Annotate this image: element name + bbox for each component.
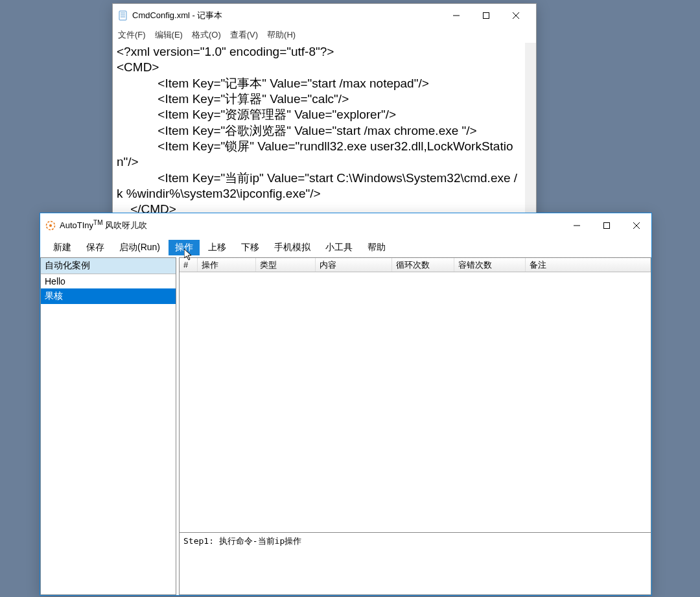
toolbar-button[interactable]: 启动(Run) <box>113 240 167 255</box>
toolbar-button[interactable]: 小工具 <box>319 240 359 255</box>
minimize-button[interactable] <box>441 6 471 25</box>
toolbar-button[interactable]: 下移 <box>235 240 266 255</box>
table-column-header[interactable]: 容错次数 <box>454 258 526 272</box>
maximize-button[interactable] <box>471 6 501 25</box>
close-button[interactable] <box>501 6 531 25</box>
table-column-header[interactable]: # <box>180 258 198 272</box>
svg-point-9 <box>49 224 52 227</box>
log-panel[interactable]: Step1: 执行命令-当前ip操作 <box>179 533 651 595</box>
table-column-header[interactable]: 操作 <box>198 258 256 272</box>
notepad-menu-item[interactable]: 格式(O) <box>189 29 224 41</box>
notepad-menu-item[interactable]: 文件(F) <box>115 29 148 41</box>
notepad-title-text: CmdConfig.xml - 记事本 <box>132 10 441 21</box>
autotiny-main: #操作类型内容循环次数容错次数备注 Step1: 执行命令-当前ip操作 <box>179 257 651 595</box>
notepad-menu-item[interactable]: 帮助(H) <box>264 29 298 41</box>
steps-table[interactable]: #操作类型内容循环次数容错次数备注 <box>179 257 651 533</box>
toolbar-button[interactable]: 手机模拟 <box>268 240 317 255</box>
autotiny-toolbar: 新建保存启动(Run)操作上移下移手机模拟小工具帮助 <box>40 238 651 257</box>
svg-rect-0 <box>119 11 126 20</box>
close-button[interactable] <box>622 216 651 235</box>
autotiny-logo-icon <box>45 220 56 231</box>
notepad-sys-buttons <box>441 6 531 25</box>
notepad-icon <box>118 10 128 21</box>
table-column-header[interactable]: 内容 <box>316 258 392 272</box>
autotiny-window: AutoTInyTM 风吹呀儿吹 新建保存启动(Run)操作上移下移手机模拟小工… <box>40 213 652 596</box>
toolbar-button[interactable]: 新建 <box>47 240 78 255</box>
notepad-menubar: 文件(F)编辑(E)格式(O)查看(V)帮助(H) <box>113 27 536 43</box>
autotiny-sidebar: 自动化案例 Hello果核 <box>40 257 176 595</box>
autotiny-content: 自动化案例 Hello果核 #操作类型内容循环次数容错次数备注 Step1: 执… <box>40 257 651 595</box>
autotiny-titlebar[interactable]: AutoTInyTM 风吹呀儿吹 <box>40 213 651 238</box>
toolbar-button[interactable]: 上移 <box>202 240 233 255</box>
notepad-menu-item[interactable]: 编辑(E) <box>152 29 185 41</box>
notepad-menu-item[interactable]: 查看(V) <box>228 29 261 41</box>
toolbar-button[interactable]: 操作 <box>169 240 200 255</box>
notepad-titlebar[interactable]: CmdConfig.xml - 记事本 <box>113 4 536 27</box>
sidebar-header: 自动化案例 <box>41 258 176 274</box>
toolbar-button[interactable]: 帮助 <box>361 240 392 255</box>
autotiny-sys-buttons <box>562 216 651 235</box>
svg-rect-5 <box>484 13 489 19</box>
table-column-header[interactable]: 备注 <box>526 258 651 272</box>
sidebar-item[interactable]: 果核 <box>41 288 176 304</box>
toolbar-button[interactable]: 保存 <box>80 240 111 255</box>
autotiny-app-name: AutoTInyTM 风吹呀儿吹 <box>60 219 147 231</box>
maximize-button[interactable] <box>592 216 622 235</box>
sidebar-item[interactable]: Hello <box>41 274 176 288</box>
steps-table-header: #操作类型内容循环次数容错次数备注 <box>180 258 651 272</box>
table-column-header[interactable]: 循环次数 <box>392 258 454 272</box>
svg-rect-11 <box>604 223 610 229</box>
table-column-header[interactable]: 类型 <box>256 258 316 272</box>
minimize-button[interactable] <box>562 216 592 235</box>
